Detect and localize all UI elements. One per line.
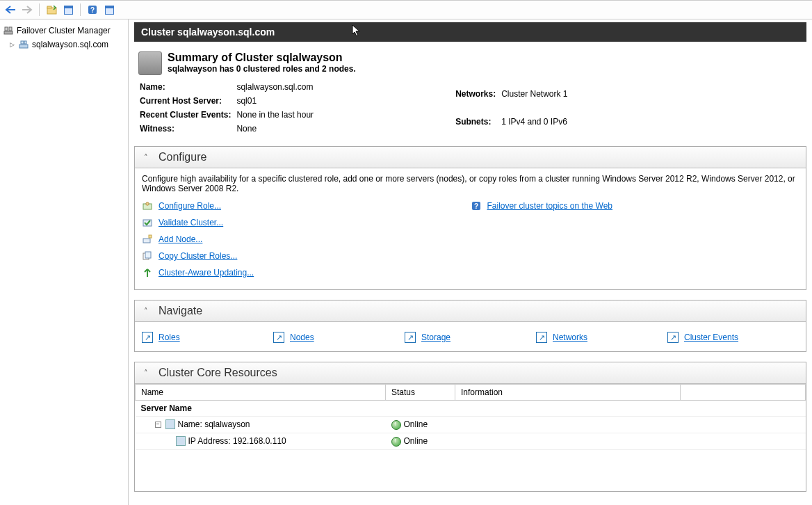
configure-desc: Configure high availability for a specif… (142, 174, 799, 193)
validate-icon (142, 217, 153, 228)
col-name[interactable]: Name (136, 385, 386, 401)
console-tree[interactable]: Failover Cluster Manager ▷ sqlalwayson.s… (0, 19, 129, 505)
validate-cluster-item[interactable]: Validate Cluster... (142, 214, 471, 231)
resource-row-ip[interactable]: IP Address: 192.168.0.110 Online (136, 433, 806, 449)
svg-text:?: ? (90, 6, 95, 14)
nav-events[interactable]: ↗ Cluster Events (667, 332, 799, 343)
nav-arrow-icon: ↗ (405, 332, 416, 343)
svg-text:?: ? (473, 202, 478, 210)
toolbar-separator (80, 3, 81, 16)
summary-left-props: Name:sqlalwayson.sql.com Current Host Se… (138, 79, 315, 136)
nav-arrow-icon: ↗ (667, 332, 679, 343)
core-header[interactable]: ˄ Cluster Core Resources (135, 362, 806, 384)
host-value: sql01 (236, 95, 314, 107)
status-text: Online (404, 436, 428, 446)
nav-arrow-icon: ↗ (536, 332, 547, 343)
name-label: Name: (140, 81, 235, 93)
toolbar-btn-props[interactable] (60, 2, 76, 17)
web-help-link[interactable]: Failover cluster topics on the Web (487, 201, 613, 211)
svg-point-11 (146, 202, 149, 205)
app-toolbar: ? (0, 0, 812, 19)
svg-rect-16 (145, 252, 151, 258)
page-header: Cluster sqlalwayson.sql.com (134, 22, 806, 42)
navigate-header[interactable]: ˄ Navigate (135, 300, 806, 322)
navigate-panel: ˄ Navigate ↗ Roles ↗ Nodes ↗ Storage (134, 300, 806, 352)
svg-rect-1 (47, 6, 51, 8)
cau-item[interactable]: Cluster-Aware Updating... (142, 264, 471, 281)
copy-icon (142, 250, 153, 262)
group-label: Server Name (136, 401, 806, 417)
configure-role-link[interactable]: Configure Role... (159, 201, 221, 211)
summary-cluster-icon (138, 51, 162, 75)
collapse-icon: ˄ (142, 153, 150, 162)
copy-roles-item[interactable]: Copy Cluster Roles... (142, 248, 471, 264)
configure-header[interactable]: ˄ Configure (135, 147, 806, 168)
core-table: Name Status Information Server Name − (135, 384, 806, 491)
core-title: Cluster Core Resources (159, 367, 277, 379)
content-pane: Cluster sqlalwayson.sql.com Summary of C… (129, 19, 812, 505)
events-label: Recent Cluster Events: (140, 109, 235, 121)
summary-title: Summary of Cluster sqlalwayson (168, 51, 356, 64)
web-icon: ? (471, 200, 482, 211)
tree-root[interactable]: Failover Cluster Manager (0, 24, 128, 38)
toolbar-btn-folder[interactable] (44, 2, 59, 17)
tree-child-label: sqlalwayson.sql.com (32, 40, 108, 49)
cluster-icon (18, 39, 29, 50)
forward-button[interactable] (19, 2, 35, 17)
status-online-icon (391, 437, 401, 447)
collapse-icon: ˄ (142, 307, 150, 316)
nav-roles-link[interactable]: Roles (159, 332, 180, 342)
svg-rect-13 (143, 239, 150, 243)
nav-nodes[interactable]: ↗ Nodes (273, 332, 405, 343)
col-info[interactable]: Information (455, 385, 681, 401)
status-text: Online (404, 419, 428, 429)
networks-label: Networks: (455, 81, 500, 107)
nav-storage-link[interactable]: Storage (421, 332, 450, 342)
svg-rect-7 (19, 45, 28, 48)
resource-row-name[interactable]: − Name: sqlalwayson Online (136, 417, 806, 433)
page-title: Cluster sqlalwayson.sql.com (141, 26, 275, 38)
update-icon (142, 267, 153, 278)
configure-panel: ˄ Configure Configure high availability … (134, 146, 806, 290)
summary-block: Summary of Cluster sqlalwayson sqlalways… (134, 46, 806, 146)
add-node-link[interactable]: Add Node... (159, 234, 202, 244)
toolbar-btn-help[interactable]: ? (85, 2, 100, 17)
copy-roles-link[interactable]: Copy Cluster Roles... (159, 251, 237, 261)
summary-subtitle: sqlalwayson has 0 clustered roles and 2 … (168, 64, 356, 74)
ip-address-icon (176, 436, 186, 446)
status-online-icon (391, 420, 401, 430)
svg-rect-6 (9, 27, 12, 31)
nav-events-link[interactable]: Cluster Events (684, 332, 738, 342)
core-resources-panel: ˄ Cluster Core Resources Name Status Inf… (134, 362, 806, 492)
col-status[interactable]: Status (386, 385, 455, 401)
group-server-name[interactable]: Server Name (136, 401, 806, 417)
svg-rect-5 (5, 27, 8, 31)
witness-value: None (236, 122, 314, 135)
cau-link[interactable]: Cluster-Aware Updating... (159, 268, 254, 278)
web-help-item[interactable]: ? Failover cluster topics on the Web (471, 198, 799, 214)
navigate-title: Navigate (159, 305, 202, 317)
nav-networks-link[interactable]: Networks (553, 332, 587, 342)
witness-label: Witness: (140, 122, 235, 135)
nav-arrow-icon: ↗ (142, 332, 153, 343)
collapse-box-icon[interactable]: − (155, 422, 161, 428)
back-button[interactable] (3, 2, 18, 17)
mouse-cursor-icon (352, 24, 362, 39)
col-empty (681, 385, 806, 401)
tree-child[interactable]: ▷ sqlalwayson.sql.com (0, 38, 128, 51)
resource-name: Name: sqlalwayson (178, 419, 250, 429)
configure-role-item[interactable]: Configure Role... (142, 198, 471, 214)
svg-rect-14 (149, 235, 152, 238)
nav-nodes-link[interactable]: Nodes (290, 332, 314, 342)
nav-arrow-icon: ↗ (273, 332, 284, 343)
validate-cluster-link[interactable]: Validate Cluster... (159, 218, 223, 227)
svg-rect-8 (21, 41, 24, 44)
nav-networks[interactable]: ↗ Networks (536, 332, 667, 343)
tree-root-label: Failover Cluster Manager (17, 26, 111, 35)
toolbar-btn-refresh[interactable] (102, 2, 117, 17)
expand-icon[interactable]: ▷ (8, 41, 15, 48)
name-value: sqlalwayson.sql.com (236, 81, 314, 93)
nav-storage[interactable]: ↗ Storage (405, 332, 536, 343)
nav-roles[interactable]: ↗ Roles (142, 332, 273, 343)
add-node-item[interactable]: Add Node... (142, 231, 471, 248)
